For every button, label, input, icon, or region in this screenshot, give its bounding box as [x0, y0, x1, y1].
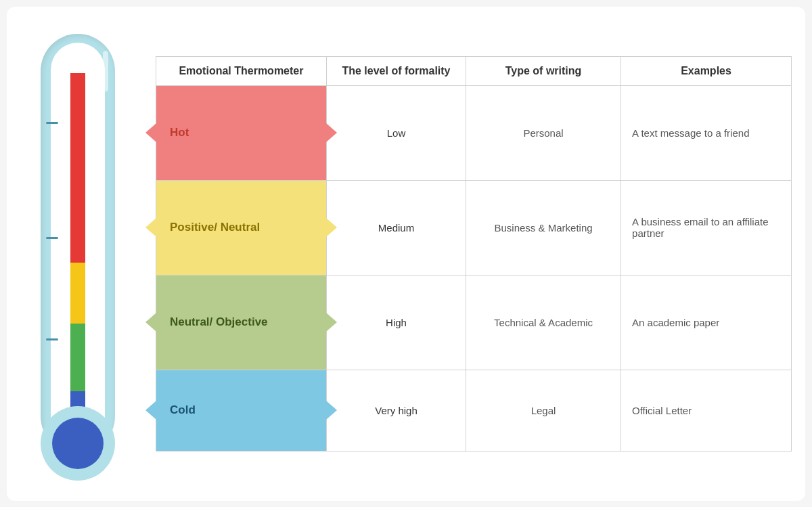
cell-emotional-cold: Cold [156, 370, 327, 451]
header-formality: The level of formality [326, 56, 466, 85]
cell-emotional-neutral: Neutral/ Objective [156, 275, 327, 370]
cell-writing-neutral: Technical & Academic [466, 275, 621, 370]
thermometer-liquid [70, 60, 85, 445]
cell-examples-hot: A text message to a friend [621, 85, 792, 180]
cell-writing-positive: Business & Marketing [466, 180, 621, 275]
liquid-green [70, 324, 85, 391]
cell-formality-neutral: High [326, 275, 466, 370]
header-examples: Examples [621, 56, 792, 85]
table-wrapper: Emotional Thermometer The level of forma… [156, 56, 792, 451]
cell-formality-cold: Very high [326, 370, 466, 451]
header-row: Emotional Thermometer The level of forma… [156, 56, 792, 85]
thermometer [41, 34, 115, 474]
main-table: Emotional Thermometer The level of forma… [156, 56, 792, 451]
liquid-red [70, 73, 85, 263]
thermometer-bulb-outer [41, 406, 115, 481]
main-container: Emotional Thermometer The level of forma… [7, 7, 805, 501]
cell-writing-hot: Personal [466, 85, 621, 180]
table-row-positive: Positive/ Neutral Medium Business & Mark… [156, 180, 792, 275]
tick-1 [46, 122, 58, 124]
liquid-yellow [70, 263, 85, 324]
cell-examples-positive: A business email to an affiliate partner [621, 180, 792, 275]
table-row-cold: Cold Very high Legal Official Letter [156, 370, 792, 451]
thermometer-inner [51, 43, 105, 445]
header-writing: Type of writing [466, 56, 621, 85]
table-row-neutral: Neutral/ Objective High Technical & Acad… [156, 275, 792, 370]
thermometer-wrapper [20, 24, 135, 484]
thermometer-bulb-inner [52, 418, 104, 469]
cell-emotional-positive: Positive/ Neutral [156, 180, 327, 275]
thermometer-outer-shell [41, 34, 115, 454]
thermometer-highlight [103, 51, 108, 91]
tick-3 [46, 338, 58, 340]
header-emotional: Emotional Thermometer [156, 56, 327, 85]
table-row-hot: Hot Low Personal A text message to a fri… [156, 85, 792, 180]
cell-formality-positive: Medium [326, 180, 466, 275]
cell-examples-neutral: An academic paper [621, 275, 792, 370]
cell-writing-cold: Legal [466, 370, 621, 451]
cell-emotional-hot: Hot [156, 85, 327, 180]
cell-formality-hot: Low [326, 85, 466, 180]
cell-examples-cold: Official Letter [621, 370, 792, 451]
tick-2 [46, 237, 58, 239]
